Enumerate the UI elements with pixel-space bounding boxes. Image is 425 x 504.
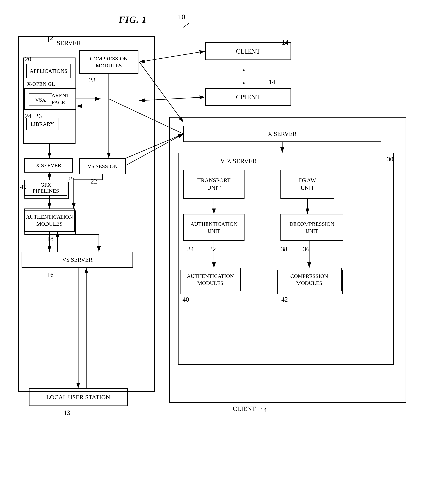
ref-34: 34 [187, 245, 194, 253]
compression-modules-client-box: COMPRESSION MODULES [277, 268, 342, 291]
server-label: SERVER [57, 39, 81, 47]
transport-unit-box: TRANSPORT UNIT [183, 170, 245, 199]
ref-32: 32 [209, 245, 216, 253]
x-server-client-box: X SERVER [183, 126, 381, 142]
client-big-label: CLIENT [233, 405, 256, 412]
ref-10: 10 [178, 13, 185, 21]
draw-unit-box: DRAW UNIT [280, 170, 334, 199]
diagram-container: FIG. 1 10 12 SERVER COMPRESSION MODULES … [11, 11, 414, 496]
ref-14-mid: 14 [269, 78, 275, 86]
ref-42: 42 [281, 296, 288, 303]
auth-modules-server-box: AUTHENTICATION MODULES [24, 208, 75, 232]
x-server-inner-box: X SERVER [24, 158, 73, 172]
ref-13: 13 [64, 409, 70, 417]
ref-40: 40 [182, 296, 189, 303]
vsx-box: VSX [29, 93, 52, 106]
xopen-gl-label: X/OPEN GL [27, 81, 55, 87]
ref-20: 20 [25, 55, 31, 63]
vs-session-box: VS SESSION [79, 158, 126, 174]
ref-18: 18 [47, 235, 53, 243]
ref-29: 29 [67, 175, 74, 183]
decompression-unit-box: DECOMPRESSION UNIT [280, 214, 343, 241]
ref-36: 36 [303, 245, 309, 253]
auth-unit-client-box: AUTHENTICATION UNIT [183, 214, 245, 241]
ref-14-bottom: 14 [260, 406, 267, 414]
library-box: LIBRARY [26, 118, 59, 130]
ref-22: 22 [91, 178, 97, 185]
compression-modules-server: COMPRESSION MODULES [79, 50, 139, 74]
ref-30: 30 [387, 155, 393, 163]
ref-49: 49 [20, 183, 27, 191]
svg-line-3 [183, 23, 189, 27]
applications-box: APPLICATIONS [26, 64, 71, 78]
ref-28: 28 [89, 76, 95, 84]
ref-14-top: 14 [282, 39, 288, 46]
vs-server-bottom-box: VS SERVER [22, 252, 133, 268]
ref-16: 16 [47, 271, 53, 279]
auth-modules-client-box: AUTHENTICATION MODULES [180, 268, 241, 291]
ref-38: 38 [281, 245, 287, 253]
fig-title: FIG. 1 [119, 14, 147, 25]
gfx-pipelines-box: GFX PIPELINES [24, 180, 67, 196]
client-box-2: CLIENT [205, 88, 291, 106]
viz-server-label: VIZ SERVER [220, 157, 257, 165]
local-user-station-box: LOCAL USER STATION [29, 388, 128, 406]
client-box-1: CLIENT [205, 42, 291, 60]
ref-12: 12 [47, 34, 53, 42]
